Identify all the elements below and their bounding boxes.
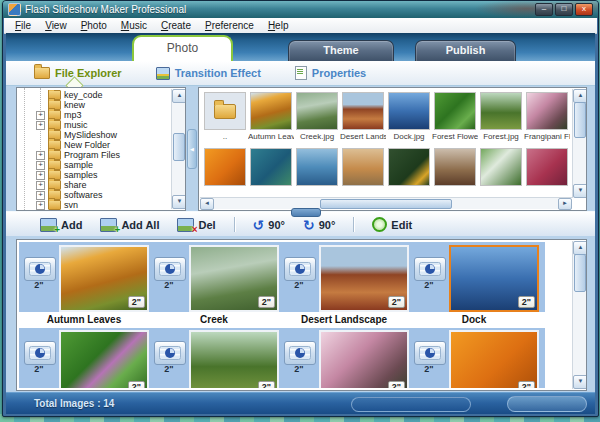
rotate-right-button[interactable]: ↻ 90°: [303, 218, 335, 232]
file-thumbnail[interactable]: Frangipani Flow...: [524, 92, 570, 141]
photo-thumbnail[interactable]: 2": [319, 330, 409, 388]
transition-effect-button[interactable]: [24, 257, 56, 281]
tree-item[interactable]: share: [17, 180, 171, 190]
expand-plus-icon[interactable]: [36, 121, 45, 130]
scrollbar-thumb[interactable]: [173, 133, 185, 161]
thumb-image[interactable]: [250, 148, 292, 186]
browser-vertical-scrollbar[interactable]: [572, 89, 586, 198]
thumb-image[interactable]: [296, 92, 338, 130]
thumb-image[interactable]: [480, 148, 522, 186]
file-thumbnail[interactable]: Creek.jpg: [294, 92, 340, 141]
scroll-down-icon[interactable]: [172, 195, 186, 209]
expand-plus-icon[interactable]: [36, 161, 45, 170]
expand-plus-icon[interactable]: [36, 201, 45, 210]
menu-item[interactable]: Photo: [74, 19, 114, 33]
photo-thumbnail[interactable]: 2": [59, 330, 149, 388]
menu-item[interactable]: View: [38, 19, 74, 33]
scrollbar-thumb[interactable]: [574, 102, 586, 138]
slideshow-item[interactable]: 2" 2": [409, 328, 539, 388]
scrollbar-thumb[interactable]: [320, 199, 452, 209]
thumb-image[interactable]: [434, 148, 476, 186]
scroll-up-icon[interactable]: [573, 241, 587, 255]
photo-thumbnail[interactable]: 2": [449, 245, 539, 312]
title-bar[interactable]: Flash Slideshow Maker Professional: [3, 1, 598, 18]
delete-button[interactable]: × Del: [177, 218, 215, 232]
file-thumbnail[interactable]: [294, 148, 340, 186]
file-thumbnail[interactable]: [386, 148, 432, 186]
file-thumbnail[interactable]: [248, 148, 294, 186]
tree-scrollbar[interactable]: [171, 89, 185, 209]
menu-item[interactable]: Music: [114, 19, 154, 33]
photo-thumbnail[interactable]: 2": [319, 245, 409, 312]
thumb-image[interactable]: [204, 148, 246, 186]
scroll-down-icon[interactable]: [573, 375, 587, 389]
tree-item[interactable]: svn: [17, 200, 171, 210]
transition-effect-button[interactable]: [24, 341, 56, 365]
menu-item[interactable]: Help: [261, 19, 296, 33]
subtab-transition-effect[interactable]: Transition Effect: [156, 67, 261, 80]
slideshow-item[interactable]: 2" 2" Creek: [149, 242, 279, 326]
scroll-up-icon[interactable]: [573, 89, 587, 103]
panel-collapse-handle[interactable]: [291, 208, 321, 217]
scroll-up-icon[interactable]: [172, 89, 186, 103]
thumb-image[interactable]: [250, 92, 292, 130]
slideshow-item[interactable]: 2" 2": [19, 328, 149, 388]
thumb-image[interactable]: [526, 92, 568, 130]
tree-item[interactable]: sample: [17, 160, 171, 170]
file-thumbnail[interactable]: Autumn Leaves.j...: [248, 92, 294, 141]
rotate-left-button[interactable]: ↺ 90°: [253, 218, 285, 232]
thumb-image[interactable]: [388, 148, 430, 186]
thumb-image[interactable]: [480, 92, 522, 130]
thumb-image[interactable]: [342, 92, 384, 130]
menu-item[interactable]: Create: [154, 19, 198, 33]
transition-effect-button[interactable]: [284, 341, 316, 365]
thumb-image[interactable]: [434, 92, 476, 130]
add-all-button[interactable]: + Add All: [100, 218, 159, 232]
tree-item[interactable]: knew: [17, 100, 171, 110]
scroll-left-icon[interactable]: [200, 198, 214, 210]
thumb-image[interactable]: [204, 92, 246, 130]
tab-theme[interactable]: Theme: [288, 40, 394, 62]
file-thumbnail[interactable]: [202, 148, 248, 186]
menu-item[interactable]: Preference: [198, 19, 261, 33]
transition-effect-button[interactable]: [414, 341, 446, 365]
file-thumbnail[interactable]: [478, 148, 524, 186]
tree-item[interactable]: music: [17, 120, 171, 130]
maximize-button[interactable]: [555, 3, 573, 16]
close-button[interactable]: [575, 3, 593, 16]
transition-effect-button[interactable]: [154, 257, 186, 281]
thumb-image[interactable]: [296, 148, 338, 186]
thumb-image[interactable]: [388, 92, 430, 130]
file-thumbnail[interactable]: ..: [202, 92, 248, 141]
scroll-right-icon[interactable]: [558, 198, 572, 210]
photo-thumbnail[interactable]: 2": [189, 245, 279, 312]
file-thumbnail[interactable]: [432, 148, 478, 186]
photo-thumbnail[interactable]: 2": [59, 245, 149, 312]
minimize-button[interactable]: [535, 3, 553, 16]
tree-item[interactable]: key_code: [17, 90, 171, 100]
slideshow-item[interactable]: 2" 2": [279, 328, 409, 388]
scroll-down-icon[interactable]: [573, 184, 587, 198]
expand-plus-icon[interactable]: [36, 111, 45, 120]
tree-item[interactable]: Program Files: [17, 150, 171, 160]
panel-splitter[interactable]: [186, 87, 196, 209]
tree-item[interactable]: samples: [17, 170, 171, 180]
expand-plus-icon[interactable]: [36, 181, 45, 190]
browser-horizontal-scrollbar[interactable]: [200, 197, 572, 209]
slideshow-item[interactable]: 2" 2": [149, 328, 279, 388]
file-thumbnail[interactable]: Dock.jpg: [386, 92, 432, 141]
scrollbar-thumb[interactable]: [574, 254, 586, 292]
add-button[interactable]: + Add: [40, 218, 82, 232]
tab-photo[interactable]: Photo: [132, 35, 233, 63]
thumb-image[interactable]: [526, 148, 568, 186]
tree-item[interactable]: softwares: [17, 190, 171, 200]
photo-thumbnail[interactable]: 2": [449, 330, 539, 388]
menu-item[interactable]: File: [8, 19, 38, 33]
slideshow-item[interactable]: 2" 2" Autumn Leaves: [19, 242, 149, 326]
splitter-collapse-icon[interactable]: [187, 129, 197, 169]
slideshow-item[interactable]: 2" 2" Dock: [409, 242, 539, 326]
file-thumbnail[interactable]: Forest.jpg: [478, 92, 524, 141]
thumb-image[interactable]: [342, 148, 384, 186]
transition-effect-button[interactable]: [154, 341, 186, 365]
expand-plus-icon[interactable]: [36, 191, 45, 200]
